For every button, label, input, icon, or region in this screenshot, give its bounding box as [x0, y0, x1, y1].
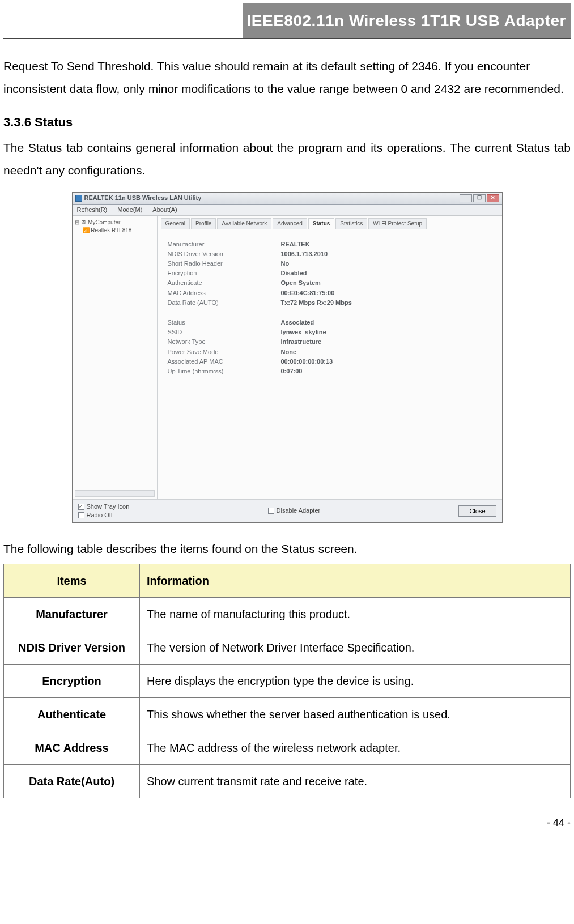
menu-mode[interactable]: Mode(M)	[117, 206, 142, 214]
status-row: Data Rate (AUTO)Tx:72 Mbps Rx:29 Mbps	[168, 299, 492, 306]
section-body: The Status tab contains general informat…	[3, 137, 571, 182]
status-row: Short Radio HeaderNo	[168, 260, 492, 267]
table-row: MAC AddressThe MAC address of the wirele…	[4, 731, 571, 765]
menu-refresh[interactable]: Refresh(R)	[77, 206, 108, 214]
disable-adapter-checkbox[interactable]: Disable Adapter	[268, 507, 321, 514]
status-row: EncryptionDisabled	[168, 270, 492, 277]
section-heading: 3.3.6 Status	[3, 110, 571, 134]
table-row: Data Rate(Auto)Show current transmit rat…	[4, 765, 571, 798]
window-title: REALTEK 11n USB Wireless LAN Utility	[84, 194, 202, 202]
page-header: IEEE802.11n Wireless 1T1R USB Adapter	[3, 3, 571, 39]
radio-off-checkbox[interactable]: Radio Off	[78, 512, 130, 519]
table-row: ManufacturerThe name of manufacturing th…	[4, 598, 571, 631]
tab-available-network[interactable]: Available Network	[217, 218, 271, 229]
table-row: AuthenticateThis shows whether the serve…	[4, 698, 571, 731]
tree-scrollbar[interactable]	[75, 490, 155, 497]
menubar: Refresh(R) Mode(M) About(A)	[73, 205, 502, 216]
status-row: StatusAssociated	[168, 319, 492, 326]
tree-adapter[interactable]: 📶 Realtek RTL818	[75, 227, 155, 234]
app-icon	[75, 195, 82, 202]
status-panel: ManufacturerREALTEK NDIS Driver Version1…	[158, 229, 502, 383]
status-row: Associated AP MAC00:00:00:00:00:13	[168, 358, 492, 365]
status-description-table: Items Information ManufacturerThe name o…	[3, 564, 571, 798]
tab-status[interactable]: Status	[308, 218, 335, 229]
window-footer: ✓Show Tray Icon Radio Off Disable Adapte…	[73, 499, 502, 522]
status-row: MAC Address00:E0:4C:81:75:00	[168, 289, 492, 297]
menu-about[interactable]: About(A)	[152, 206, 177, 214]
table-row: NDIS Driver VersionThe version of Networ…	[4, 631, 571, 665]
close-button[interactable]: Close	[458, 505, 496, 517]
show-tray-checkbox[interactable]: ✓Show Tray Icon	[78, 503, 130, 510]
tab-profile[interactable]: Profile	[191, 218, 216, 229]
status-row: ManufacturerREALTEK	[168, 241, 492, 248]
table-caption: The following table describes the items …	[3, 538, 571, 560]
utility-window: REALTEK 11n USB Wireless LAN Utility — ☐…	[72, 192, 503, 523]
minimize-button[interactable]: —	[460, 194, 472, 202]
status-row: AuthenticateOpen System	[168, 279, 492, 287]
tabs-row: General Profile Available Network Advanc…	[158, 216, 502, 229]
status-row: SSIDlynwex_skyline	[168, 329, 492, 336]
device-tree: ⊟ 🖥 MyComputer 📶 Realtek RTL818	[73, 216, 158, 499]
tree-root[interactable]: ⊟ 🖥 MyComputer	[75, 219, 155, 226]
page-number: - 44 -	[3, 813, 571, 832]
tab-statistics[interactable]: Statistics	[335, 218, 367, 229]
window-titlebar: REALTEK 11n USB Wireless LAN Utility — ☐…	[73, 193, 502, 205]
table-row: EncryptionHere displays the encryption t…	[4, 665, 571, 698]
maximize-button[interactable]: ☐	[473, 194, 486, 202]
close-window-button[interactable]: ✕	[487, 194, 499, 202]
status-row: Network TypeInfrastructure	[168, 338, 492, 346]
col-header-information: Information	[140, 564, 571, 598]
status-row: Power Save ModeNone	[168, 348, 492, 356]
status-row: NDIS Driver Version1006.1.713.2010	[168, 250, 492, 258]
tab-advanced[interactable]: Advanced	[273, 218, 307, 229]
document-title: IEEE802.11n Wireless 1T1R USB Adapter	[243, 3, 571, 38]
col-header-items: Items	[4, 564, 140, 598]
tab-wps[interactable]: Wi-Fi Protect Setup	[368, 218, 427, 229]
tab-general[interactable]: General	[161, 218, 190, 229]
status-row: Up Time (hh:mm:ss)0:07:00	[168, 368, 492, 375]
intro-paragraph: Request To Send Threshold. This value sh…	[3, 55, 571, 100]
